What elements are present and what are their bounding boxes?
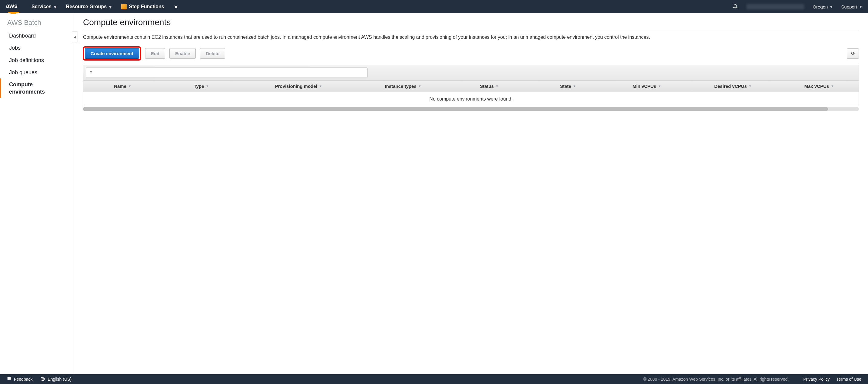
footer-privacy-link[interactable]: Privacy Policy xyxy=(803,377,830,382)
action-bar: Create environment Edit Enable Delete ⟳ xyxy=(83,46,859,61)
footer-copyright: © 2008 - 2019, Amazon Web Services, Inc.… xyxy=(644,377,789,382)
table-container: Name▼ Type▼ Provisioning model▼ Instance… xyxy=(83,65,859,106)
footer-language[interactable]: English (US) xyxy=(40,377,71,382)
column-provisioning-model[interactable]: Provisioning model▼ xyxy=(241,81,356,92)
main-content: Compute environments Compute environment… xyxy=(74,13,868,374)
step-functions-icon xyxy=(121,4,127,9)
nav-region[interactable]: Oregon ▾ xyxy=(812,4,833,9)
column-state[interactable]: State▼ xyxy=(529,81,608,92)
nav-services-label: Services xyxy=(32,4,52,9)
column-status-label: Status xyxy=(480,84,494,89)
aws-logo[interactable]: aws xyxy=(6,2,21,11)
refresh-icon: ⟳ xyxy=(851,51,855,56)
sidebar-collapse-toggle[interactable]: ◀ xyxy=(72,32,78,42)
aws-logo-text: aws xyxy=(6,2,18,9)
caret-down-icon: ▾ xyxy=(830,4,833,9)
delete-button[interactable]: Delete xyxy=(200,48,225,59)
create-highlight: Create environment xyxy=(83,46,141,61)
create-environment-button[interactable]: Create environment xyxy=(85,48,139,59)
column-name-label: Name xyxy=(114,84,126,89)
top-navbar: aws Services ▾ Resource Groups ▾ Step Fu… xyxy=(0,0,868,13)
sidebar-item-compute-environments[interactable]: Compute environments xyxy=(0,78,73,98)
aws-smile-icon xyxy=(6,9,21,11)
sort-icon: ▼ xyxy=(749,85,752,88)
column-state-label: State xyxy=(560,84,571,89)
nav-notifications[interactable] xyxy=(733,3,738,10)
nav-support-label: Support xyxy=(841,4,857,9)
column-provisioning-model-label: Provisioning model xyxy=(275,84,317,89)
column-min-vcpus-label: Min vCPUs xyxy=(632,84,656,89)
account-name-blurred xyxy=(746,4,804,9)
footer-terms-link[interactable]: Terms of Use xyxy=(836,377,861,382)
nav-step-functions-label: Step Functions xyxy=(129,4,164,9)
sort-icon: ▼ xyxy=(573,85,576,88)
footer-feedback-label: Feedback xyxy=(14,377,32,382)
sort-icon: ▼ xyxy=(206,85,209,88)
table-empty-message: No compute environments were found. xyxy=(83,92,859,106)
sidebar-item-jobs[interactable]: Jobs xyxy=(0,42,73,54)
nav-resource-groups-label: Resource Groups xyxy=(66,4,106,9)
page-description: Compute environments contain EC2 instanc… xyxy=(83,34,859,41)
sidebar-item-job-queues[interactable]: Job queues xyxy=(0,66,73,78)
caret-down-icon: ▾ xyxy=(860,4,862,9)
column-name[interactable]: Name▼ xyxy=(83,81,162,92)
sort-icon: ▼ xyxy=(831,85,834,88)
column-min-vcpus[interactable]: Min vCPUs▼ xyxy=(608,81,686,92)
nav-resource-groups[interactable]: Resource Groups ▾ xyxy=(66,4,112,10)
column-status[interactable]: Status▼ xyxy=(450,81,529,92)
caret-down-icon: ▾ xyxy=(109,4,112,10)
nav-pin[interactable]: ✦ xyxy=(174,4,178,10)
column-type-label: Type xyxy=(194,84,204,89)
sidebar: AWS Batch Dashboard Jobs Job definitions… xyxy=(0,13,74,374)
pin-icon: ✦ xyxy=(173,3,179,10)
table-header: Name▼ Type▼ Provisioning model▼ Instance… xyxy=(83,80,859,92)
column-instance-types-label: Instance types xyxy=(385,84,416,89)
sort-icon: ▼ xyxy=(658,85,661,88)
column-max-vcpus-label: Max vCPUs xyxy=(804,84,829,89)
sidebar-service-title: AWS Batch xyxy=(0,19,73,30)
edit-button[interactable]: Edit xyxy=(145,48,165,59)
bell-icon xyxy=(733,3,738,10)
title-divider xyxy=(83,30,859,30)
footer: Feedback English (US) © 2008 - 2019, Ama… xyxy=(0,374,868,384)
column-desired-vcpus[interactable]: Desired vCPUs▼ xyxy=(686,81,780,92)
filter-bar xyxy=(83,65,859,80)
column-instance-types[interactable]: Instance types▼ xyxy=(356,81,450,92)
sort-icon: ▼ xyxy=(496,85,499,88)
scrollbar-thumb[interactable] xyxy=(83,107,828,111)
filter-input[interactable] xyxy=(86,67,368,78)
nav-account[interactable] xyxy=(746,4,804,9)
body-wrap: AWS Batch Dashboard Jobs Job definitions… xyxy=(0,13,868,374)
sort-icon: ▼ xyxy=(319,85,322,88)
globe-icon xyxy=(40,377,45,382)
caret-down-icon: ▾ xyxy=(54,4,56,10)
nav-support[interactable]: Support ▾ xyxy=(841,4,862,9)
enable-button[interactable]: Enable xyxy=(169,48,196,59)
nav-services[interactable]: Services ▾ xyxy=(32,4,56,10)
chevron-left-icon: ◀ xyxy=(73,35,76,39)
column-type[interactable]: Type▼ xyxy=(162,81,241,92)
nav-step-functions[interactable]: Step Functions xyxy=(121,4,164,9)
page-title: Compute environments xyxy=(83,18,859,30)
column-max-vcpus[interactable]: Max vCPUs▼ xyxy=(780,81,859,92)
speech-bubble-icon xyxy=(7,377,11,382)
refresh-button[interactable]: ⟳ xyxy=(847,49,859,59)
sidebar-item-job-definitions[interactable]: Job definitions xyxy=(0,54,73,66)
sort-icon: ▼ xyxy=(418,85,422,88)
filter-icon xyxy=(89,70,93,75)
column-desired-vcpus-label: Desired vCPUs xyxy=(714,84,747,89)
sidebar-item-dashboard[interactable]: Dashboard xyxy=(0,30,73,42)
horizontal-scrollbar[interactable] xyxy=(83,107,859,111)
sort-icon: ▼ xyxy=(128,85,131,88)
nav-region-label: Oregon xyxy=(812,4,828,9)
footer-language-label: English (US) xyxy=(48,377,71,382)
footer-feedback[interactable]: Feedback xyxy=(7,377,32,382)
